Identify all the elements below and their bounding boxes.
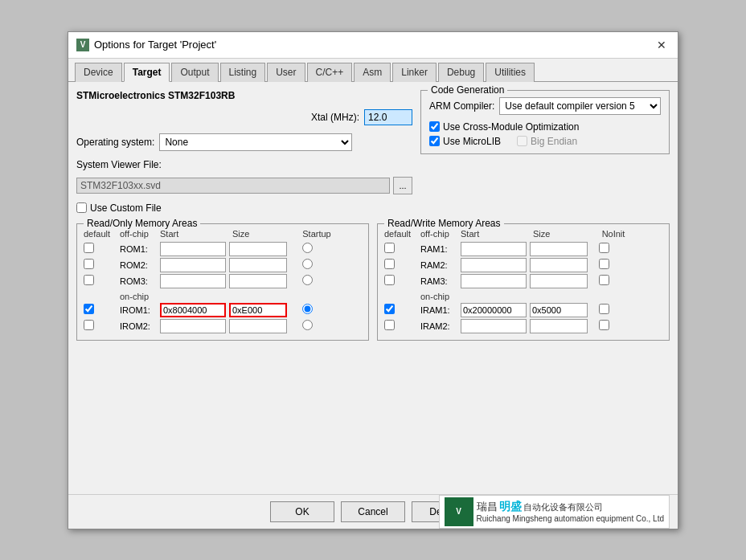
tab-utilities[interactable]: Utilities xyxy=(486,63,535,82)
top-section: STMicroelectronics STM32F103RB Xtal (MHz… xyxy=(76,90,670,214)
iram1-default-check[interactable] xyxy=(384,304,395,314)
code-gen-title: Code Generation xyxy=(428,84,507,96)
ram3-noinit-check[interactable] xyxy=(599,275,609,285)
logo-brand: 明盛 xyxy=(499,500,522,514)
iram1-size-input[interactable] xyxy=(530,303,588,317)
ram3-label: RAM3: xyxy=(420,276,461,286)
ram2-default-check[interactable] xyxy=(384,259,395,269)
read-only-panel: Read/Only Memory Areas default off-chip … xyxy=(76,223,369,341)
rw-onchip-label: on-chip xyxy=(384,292,662,301)
dialog: V Options for Target 'Project' ✕ Device … xyxy=(68,31,678,529)
iram2-noinit-check[interactable] xyxy=(599,320,609,330)
ram3-default-check[interactable] xyxy=(384,275,395,285)
ram2-noinit-check[interactable] xyxy=(599,259,609,269)
right-panel: Code Generation ARM Compiler: Use defaul… xyxy=(420,90,670,214)
rom2-startup-radio[interactable] xyxy=(302,259,313,269)
rom1-default-check[interactable] xyxy=(84,243,94,253)
ok-button[interactable]: OK xyxy=(270,501,334,522)
device-name: STMicroelectronics STM32F103RB xyxy=(76,90,412,101)
logo-text1: 瑞昌 xyxy=(477,500,498,514)
rom1-start-input[interactable] xyxy=(160,242,226,256)
ram2-label: RAM2: xyxy=(420,260,461,270)
use-custom-checkbox[interactable] xyxy=(76,202,87,213)
irom2-label: IROM2: xyxy=(120,321,160,331)
iram2-size-input[interactable] xyxy=(530,319,588,333)
rom2-start-input[interactable] xyxy=(160,258,226,272)
app-icon: V xyxy=(76,39,89,51)
ram1-start-input[interactable] xyxy=(461,242,527,256)
irom2-row: IROM2: xyxy=(84,319,362,333)
tab-output[interactable]: Output xyxy=(171,63,218,82)
ram1-default-check[interactable] xyxy=(384,243,395,253)
rom1-size-input[interactable] xyxy=(229,242,287,256)
irom2-default-check[interactable] xyxy=(84,320,94,330)
iram1-label: IRAM1: xyxy=(420,305,461,315)
rom2-label: ROM2: xyxy=(120,260,160,270)
rom3-size-input[interactable] xyxy=(229,274,287,288)
ram1-label: RAM1: xyxy=(420,244,461,254)
irom1-row: IROM1: xyxy=(84,303,362,317)
xtal-input[interactable] xyxy=(364,109,412,125)
browse-button[interactable]: ... xyxy=(393,177,412,194)
system-viewer-input[interactable] xyxy=(76,178,390,194)
rw-header-start: Start xyxy=(461,229,533,239)
ram2-size-input[interactable] xyxy=(530,258,588,272)
dialog-title: Options for Target 'Project' xyxy=(94,39,216,51)
irom1-default-check[interactable] xyxy=(84,304,94,314)
ram1-noinit-check[interactable] xyxy=(599,243,609,253)
rom1-startup-radio[interactable] xyxy=(302,243,313,253)
arm-compiler-select[interactable]: Use default compiler version 5 Use defau… xyxy=(499,97,661,115)
ro-onchip-label: on-chip xyxy=(84,292,362,301)
footer-logo: V 瑞昌 明盛 自动化设备有限公司 Ruichang Mingsheng aut… xyxy=(439,495,670,529)
iram1-noinit-check[interactable] xyxy=(599,304,609,314)
ram2-start-input[interactable] xyxy=(461,258,527,272)
irom1-label: IROM1: xyxy=(120,305,160,315)
tab-user[interactable]: User xyxy=(267,63,305,82)
os-select[interactable]: None RTX Kernel RTX Kernel + Stack Check xyxy=(159,133,352,151)
microlib-label: Use MicroLIB xyxy=(443,136,501,147)
iram2-default-check[interactable] xyxy=(384,320,395,330)
tab-linker[interactable]: Linker xyxy=(392,63,437,82)
rom3-start-input[interactable] xyxy=(160,274,226,288)
rom3-startup-radio[interactable] xyxy=(302,275,313,285)
use-custom-label: Use Custom File xyxy=(90,202,162,214)
big-endian-checkbox[interactable] xyxy=(517,136,527,146)
tab-cpp[interactable]: C/C++ xyxy=(307,63,353,82)
rom2-default-check[interactable] xyxy=(84,259,94,269)
irom1-start-input[interactable] xyxy=(160,303,226,317)
cancel-button[interactable]: Cancel xyxy=(341,501,405,522)
irom1-startup-radio[interactable] xyxy=(302,304,313,314)
iram2-start-input[interactable] xyxy=(461,319,527,333)
tab-device[interactable]: Device xyxy=(75,63,122,82)
cross-module-checkbox[interactable] xyxy=(429,121,440,132)
title-bar: V Options for Target 'Project' ✕ xyxy=(68,32,678,59)
ram3-start-input[interactable] xyxy=(461,274,527,288)
irom2-startup-radio[interactable] xyxy=(302,320,313,330)
close-button[interactable]: ✕ xyxy=(654,37,670,53)
tab-debug[interactable]: Debug xyxy=(438,63,484,82)
irom2-size-input[interactable] xyxy=(229,319,287,333)
rw-header-default: default xyxy=(384,229,420,239)
rom3-row: ROM3: xyxy=(84,274,362,288)
tab-listing[interactable]: Listing xyxy=(220,63,266,82)
rom1-label: ROM1: xyxy=(120,244,160,254)
microlib-row: Use MicroLIB xyxy=(429,136,501,147)
irom2-start-input[interactable] xyxy=(160,319,226,333)
tab-asm[interactable]: Asm xyxy=(354,63,391,82)
footer: OK Cancel Defa... V 瑞昌 明盛 自动化设备有限公司 Ruic… xyxy=(68,494,678,529)
ram1-size-input[interactable] xyxy=(530,242,588,256)
tab-target[interactable]: Target xyxy=(124,63,170,82)
iram1-start-input[interactable] xyxy=(461,303,527,317)
microlib-checkbox[interactable] xyxy=(429,136,440,146)
ram3-size-input[interactable] xyxy=(530,274,588,288)
rom2-size-input[interactable] xyxy=(229,258,287,272)
os-row: Operating system: None RTX Kernel RTX Ke… xyxy=(76,133,412,151)
rom3-default-check[interactable] xyxy=(84,275,94,285)
cross-module-label: Use Cross-Module Optimization xyxy=(443,121,579,133)
irom1-size-input[interactable] xyxy=(229,303,287,317)
rom1-row: ROM1: xyxy=(84,242,362,256)
logo-text-block: 瑞昌 明盛 自动化设备有限公司 Ruichang Mingsheng autom… xyxy=(477,500,664,523)
iram2-label: IRAM2: xyxy=(420,321,461,331)
big-endian-label: Big Endian xyxy=(531,136,577,147)
tab-bar: Device Target Output Listing User C/C++ … xyxy=(68,59,678,82)
